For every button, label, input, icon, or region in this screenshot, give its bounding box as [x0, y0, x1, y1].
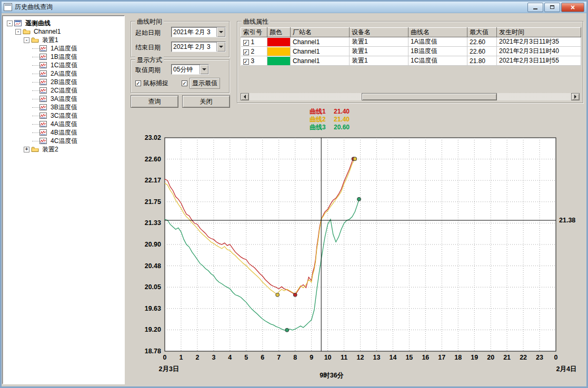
tree-item-label[interactable]: 3B温度值 — [49, 103, 78, 112]
tree-item-3C温度值[interactable]: 3C温度值 — [3, 111, 124, 120]
x-tick-label: 17 — [438, 354, 445, 361]
start-date-select[interactable]: 2021年 2月 3 — [171, 27, 226, 37]
end-date-select[interactable]: 2021年 2月 3 — [171, 42, 226, 52]
x-tick-label: 0 — [163, 354, 167, 361]
device-cell: 装置1 — [350, 56, 408, 66]
x-tick-label: 15 — [405, 354, 413, 361]
close-button[interactable]: × — [561, 3, 584, 12]
app-icon — [4, 3, 12, 11]
collapse-icon[interactable]: - — [24, 37, 29, 43]
tree-item-label[interactable]: 4B温度值 — [49, 128, 78, 137]
column-header[interactable]: 索引号 — [241, 28, 267, 37]
client-area: -遥测曲线-Channel1-装置11A温度值1B温度值1C温度值2A温度值2B… — [2, 13, 586, 386]
tree-item-label[interactable]: 1B温度值 — [49, 53, 78, 62]
max-value-cell: 22.60 — [467, 37, 497, 47]
tree-item-label[interactable]: 2C温度值 — [49, 86, 78, 95]
y-tick-label: 22.60 — [145, 156, 161, 163]
tree-item-label[interactable]: 遥测曲线 — [24, 19, 52, 28]
tree-item-4C温度值[interactable]: 4C温度值 — [3, 137, 124, 145]
folder-icon — [31, 37, 39, 43]
tree-item-2B温度值[interactable]: 2B温度值 — [3, 78, 124, 86]
row-checkbox[interactable]: ✓ — [243, 49, 249, 55]
y-tick-label: 21.75 — [145, 198, 161, 206]
x-tick-label: 0 — [554, 354, 558, 361]
chart: 23.0222.6022.1721.7521.3320.9020.4820.05… — [132, 132, 586, 384]
tree-item-label[interactable]: 装置2 — [41, 145, 59, 154]
tree-item-装置1[interactable]: -装置1 — [3, 36, 124, 44]
close-panel-button[interactable]: 关闭 — [182, 95, 230, 108]
column-header[interactable]: 发生时间 — [497, 28, 581, 37]
scroll-left-button[interactable] — [241, 93, 249, 100]
tree-item-1C温度值[interactable]: 1C温度值 — [3, 61, 124, 69]
column-header[interactable]: 曲线名 — [408, 28, 467, 37]
tree-item-label[interactable]: 2B温度值 — [49, 78, 78, 87]
tree-item-1B温度值[interactable]: 1B温度值 — [3, 53, 124, 61]
tree-connector — [32, 141, 39, 141]
arrow-left-icon — [244, 95, 246, 99]
y-tick-label: 20.05 — [145, 283, 161, 291]
maximize-button[interactable] — [544, 3, 560, 12]
table-row[interactable]: ✓3Channel1装置11C温度值21.802021年2月3日11时55 — [241, 56, 581, 66]
minimize-button[interactable] — [527, 3, 543, 12]
column-header[interactable]: 最大值 — [467, 28, 497, 37]
period-select[interactable]: 05分钟 — [171, 64, 209, 75]
tree-item-装置2[interactable]: +装置2 — [3, 145, 124, 154]
chevron-down-icon[interactable] — [216, 27, 225, 37]
tree-item-label[interactable]: 1C温度值 — [49, 61, 78, 70]
curve-icon — [39, 138, 48, 144]
tree-item-label[interactable]: 2A温度值 — [49, 69, 78, 78]
table-header-row: 索引号颜色厂站名设备名曲线名最大值发生时间 — [241, 28, 581, 37]
mouse-capture-checkbox[interactable]: ✓ 鼠标捕捉 — [135, 79, 168, 88]
tree-item-label[interactable]: 1A温度值 — [49, 44, 78, 53]
tree-item-遥测曲线[interactable]: -遥测曲线 — [3, 19, 124, 27]
tree-item-4B温度值[interactable]: 4B温度值 — [3, 128, 124, 137]
tree-item-label[interactable]: 3C温度值 — [49, 111, 78, 120]
collapse-icon[interactable]: - — [15, 29, 21, 35]
row-index: 1 — [251, 38, 255, 46]
column-header[interactable]: 厂站名 — [291, 28, 350, 37]
tree-item-1A温度值[interactable]: 1A温度值 — [3, 44, 124, 53]
table-row[interactable]: ✓1Channel1装置11A温度值22.602021年2月3日11时35 — [241, 37, 581, 47]
tree-item-label[interactable]: 4C温度值 — [49, 137, 78, 146]
column-header[interactable]: 设备名 — [350, 28, 408, 37]
scrollbar-track[interactable] — [249, 93, 571, 100]
tree-item-label[interactable]: 装置1 — [41, 36, 59, 45]
tree-connector — [32, 116, 39, 116]
tree-item-4A温度值[interactable]: 4A温度值 — [3, 120, 124, 128]
scrollbar-thumb[interactable] — [362, 93, 497, 100]
tree-item-label[interactable]: Channel1 — [33, 28, 62, 35]
show-extremes-checkbox[interactable]: ✓ 显示最值 — [182, 78, 220, 89]
x-date-left-label: 2月3日 — [159, 365, 180, 373]
max-marker-curve-2 — [353, 157, 357, 161]
row-checkbox[interactable]: ✓ — [243, 59, 249, 65]
tree-item-3B温度值[interactable]: 3B温度值 — [3, 103, 124, 111]
row-checkbox[interactable]: ✓ — [243, 40, 249, 46]
query-button[interactable]: 查询 — [131, 95, 178, 108]
curve-icon — [39, 104, 48, 110]
tree-item-3A温度值[interactable]: 3A温度值 — [3, 95, 124, 103]
legend-row: 曲线121.40 — [310, 107, 350, 115]
x-tick-label: 16 — [422, 354, 429, 361]
tree-connector — [32, 57, 39, 57]
expand-icon[interactable]: + — [24, 147, 29, 152]
tree-item-Channel1[interactable]: -Channel1 — [3, 27, 124, 36]
y-tick-label: 19.63 — [145, 305, 161, 312]
tree-item-label[interactable]: 4A温度值 — [49, 120, 78, 129]
tree-item-label[interactable]: 3A温度值 — [49, 95, 78, 104]
column-header[interactable]: 颜色 — [267, 28, 291, 37]
tree-item-2A温度值[interactable]: 2A温度值 — [3, 69, 124, 78]
scroll-right-button[interactable] — [571, 93, 580, 100]
tree-item-2C温度值[interactable]: 2C温度值 — [3, 86, 124, 95]
table-horizontal-scrollbar[interactable] — [241, 93, 580, 100]
checkbox-label: 鼠标捕捉 — [143, 79, 168, 88]
table-row[interactable]: ✓2Channel1装置11B温度值22.602021年2月3日11时40 — [241, 47, 581, 56]
y-tick-label: 20.90 — [145, 241, 161, 248]
chevron-down-icon[interactable] — [216, 42, 225, 52]
crosshair-value-label: 21.38 — [559, 217, 575, 224]
y-tick-label: 22.17 — [145, 177, 161, 184]
legend-row: 曲线221.40 — [310, 115, 350, 123]
chevron-down-icon[interactable] — [200, 65, 208, 74]
tree-view: -遥测曲线-Channel1-装置11A温度值1B温度值1C温度值2A温度值2B… — [2, 15, 125, 384]
x-tick-label: 14 — [389, 354, 396, 361]
collapse-icon[interactable]: - — [7, 21, 13, 26]
